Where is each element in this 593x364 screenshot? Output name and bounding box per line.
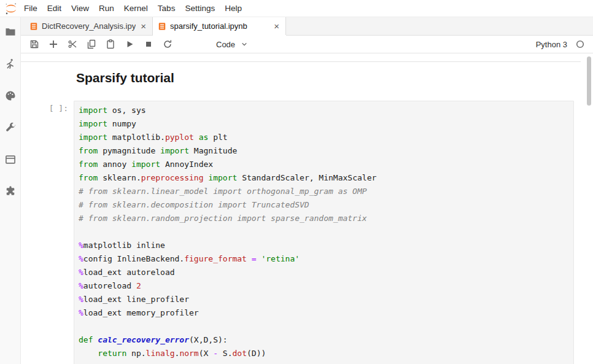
jupyter-logo-icon: [3, 2, 19, 15]
code-line: return np.linalg.norm(X - S.dot(D)): [79, 347, 573, 360]
code-line: %config InlineBackend.figure_format = 'r…: [79, 252, 573, 266]
tab-dictrecovery-analysis[interactable]: DictRecovery_Analysis.ipyr ×: [25, 17, 153, 35]
code-line: from pymagnitude import Magnitude: [79, 144, 573, 158]
menu-view[interactable]: View: [66, 0, 94, 17]
close-icon[interactable]: ×: [273, 21, 281, 31]
code-line: from sklearn.preprocessing import Standa…: [79, 171, 573, 185]
code-line: import os, sys: [79, 104, 573, 117]
menu-settings[interactable]: Settings: [180, 0, 220, 17]
add-cell-icon[interactable]: [48, 39, 58, 49]
tab-label: DictRecovery_Analysis.ipyr: [42, 21, 136, 31]
vertical-scrollbar[interactable]: [587, 56, 591, 106]
markdown-cell[interactable]: Sparsify tutorial: [21, 61, 581, 101]
page-title: Sparsify tutorial: [76, 69, 581, 86]
close-icon[interactable]: ×: [139, 21, 147, 31]
code-line: [79, 225, 573, 239]
paste-icon[interactable]: [106, 39, 115, 49]
kernel-status-icon: [576, 40, 584, 48]
puzzle-icon[interactable]: [4, 185, 17, 198]
menu-kernel[interactable]: Kernel: [119, 0, 153, 17]
tabs-icon[interactable]: [4, 153, 17, 166]
kernel-name[interactable]: Python 3: [536, 40, 567, 49]
notebook-panel: Sparsify tutorial [ ]: import os, sysimp…: [21, 53, 593, 364]
code-line: %autoreload 2: [79, 279, 573, 293]
tab-sparsify-tutorial[interactable]: sparsify_tutorial.ipynb ×: [153, 17, 286, 35]
notebook-icon: [158, 22, 166, 31]
jupyterlab-window: File Edit View Run Kernel Tabs Settings …: [0, 0, 593, 364]
kernel-indicator: Python 3: [536, 40, 584, 49]
code-line: def calc_recovery_error(X,D,S):: [79, 333, 573, 347]
palette-icon[interactable]: [4, 90, 17, 102]
run-icon[interactable]: [125, 39, 134, 49]
code-line: [79, 320, 573, 333]
code-line: %load_ext autoreload: [79, 266, 573, 279]
stop-icon[interactable]: [144, 39, 153, 49]
chevron-down-icon: [241, 42, 247, 47]
running-icon[interactable]: [4, 58, 17, 70]
code-line: %load_ext line_profiler: [79, 293, 573, 306]
code-cell[interactable]: [ ]: import os, sysimport numpyimport ma…: [21, 101, 574, 364]
notebook-toolbar: Code Python 3: [21, 36, 593, 53]
menu-file[interactable]: File: [19, 0, 42, 17]
menu-help[interactable]: Help: [220, 0, 247, 17]
cell-input-prompt: [ ]:: [21, 101, 74, 364]
code-line: %load_ext memory_profiler: [79, 306, 573, 320]
notebook-icon: [29, 22, 38, 31]
dock-tab-bar: DictRecovery_Analysis.ipyr × sparsify_tu…: [21, 17, 593, 36]
tab-label: sparsify_tutorial.ipynb: [170, 21, 269, 31]
save-icon[interactable]: [29, 39, 39, 49]
code-line: from annoy import AnnoyIndex: [79, 158, 573, 171]
code-line: # from sklearn.decomposition import Trun…: [79, 198, 573, 212]
code-line: import matplotlib.pyplot as plt: [79, 131, 573, 144]
code-editor[interactable]: import os, sysimport numpyimport matplot…: [74, 101, 574, 364]
cell-type-value: Code: [216, 40, 235, 49]
cell-type-dropdown[interactable]: Code: [216, 40, 247, 49]
left-sidebar: [0, 17, 21, 364]
menu-bar: File Edit View Run Kernel Tabs Settings …: [0, 0, 593, 17]
code-line: import numpy: [79, 117, 573, 131]
menu-run[interactable]: Run: [94, 0, 119, 17]
wrench-icon[interactable]: [4, 122, 17, 134]
cut-icon[interactable]: [68, 39, 77, 49]
menu-edit[interactable]: Edit: [42, 0, 66, 17]
copy-icon[interactable]: [87, 39, 96, 49]
code-lines: import os, sysimport numpyimport matplot…: [79, 104, 573, 360]
menu-tabs[interactable]: Tabs: [153, 0, 180, 17]
code-line: %matplotlib inline: [79, 239, 573, 252]
code-line: # from sklearn.linear_model import ortho…: [79, 185, 573, 198]
code-line: # from sklearn.random_projection import …: [79, 212, 573, 225]
folder-icon[interactable]: [4, 26, 17, 38]
restart-kernel-icon[interactable]: [163, 39, 172, 49]
